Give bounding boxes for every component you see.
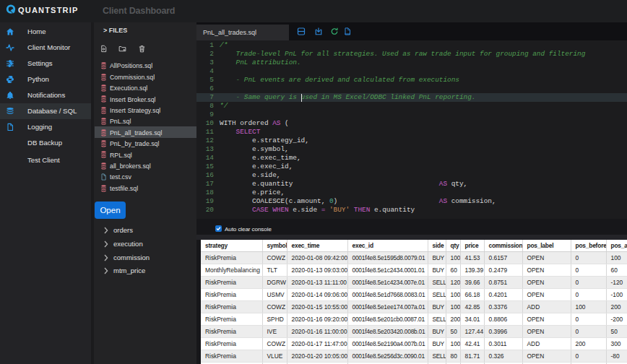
svg-text:csv: csv — [345, 32, 350, 35]
